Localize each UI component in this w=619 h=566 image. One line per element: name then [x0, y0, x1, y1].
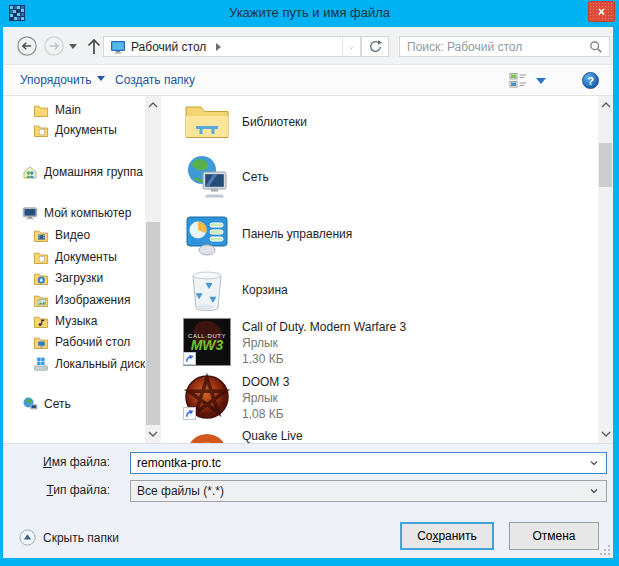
quake-live-shortcut-icon [183, 427, 231, 443]
breadcrumb-chevron-icon[interactable] [216, 43, 225, 51]
dialog-footer: Имя файла: Тип файла: Все файлы (*.*) Ск… [3, 443, 613, 558]
scroll-up-icon[interactable] [598, 97, 613, 113]
help-button[interactable]: ? [582, 72, 599, 89]
computer-icon [22, 205, 38, 221]
window-title: Укажите путь и имя файла [0, 0, 619, 26]
downloads-folder-icon [33, 270, 49, 286]
list-item-doom3[interactable]: DOOM 3 Ярлык 1,08 КБ [183, 373, 289, 422]
address-dropdown-icon[interactable] [342, 37, 356, 56]
up-button[interactable] [84, 35, 104, 57]
chevron-down-icon [97, 76, 105, 85]
list-item-quake-live[interactable]: Quake Live [183, 427, 303, 443]
chevron-down-icon[interactable] [582, 455, 606, 472]
recent-locations-caret[interactable] [69, 44, 77, 53]
save-button[interactable]: Сохранить [400, 522, 494, 550]
collapse-up-icon [19, 529, 36, 546]
view-mode-button[interactable] [509, 72, 546, 89]
list-item-control-panel[interactable]: Панель управления [183, 210, 352, 258]
filetype-value: Все файлы (*.*) [137, 484, 224, 498]
list-item-network[interactable]: Сеть [183, 153, 269, 201]
chevron-down-icon [536, 78, 546, 89]
chevron-down-icon [582, 483, 606, 500]
navigation-bar: Рабочий стол [3, 27, 613, 65]
list-item-cod-mw3[interactable]: CALL·DUTY MW3 Call of Duty. Modern Warfa… [183, 318, 406, 367]
list-item-recycle-bin[interactable]: Корзина [183, 266, 288, 314]
hide-folders-button[interactable]: Скрыть папки [19, 529, 119, 546]
libraries-icon [183, 98, 231, 146]
scrollbar-thumb[interactable] [599, 143, 612, 187]
documents-folder-icon [33, 249, 49, 265]
breadcrumb[interactable]: Рабочий стол [131, 40, 206, 54]
filelist-scrollbar[interactable] [598, 96, 613, 443]
music-folder-icon [33, 313, 49, 329]
address-bar[interactable]: Рабочий стол [103, 36, 361, 57]
system-disk-icon [33, 356, 49, 372]
shortcut-arrow-icon [183, 407, 196, 420]
videos-folder-icon [33, 227, 49, 243]
main-content: Main Документы Домашняя группа Мой компь… [3, 96, 613, 443]
filetype-dropdown[interactable]: Все файлы (*.*) [130, 480, 607, 502]
organize-menu-button[interactable]: Упорядочить [20, 66, 105, 95]
desktop-folder-icon [33, 334, 49, 350]
resize-grip[interactable] [597, 542, 610, 555]
desktop-location-icon [110, 39, 126, 55]
command-toolbar: Упорядочить Создать папку ? [3, 66, 613, 96]
filetype-label: Тип файла: [23, 483, 110, 497]
scrollbar-thumb[interactable] [146, 222, 160, 425]
refresh-icon [368, 39, 383, 54]
save-file-dialog: Укажите путь и имя файла × [0, 0, 619, 566]
refresh-button[interactable] [361, 36, 389, 57]
network-icon [22, 396, 38, 412]
homegroup-icon [22, 164, 38, 180]
scroll-down-icon[interactable] [145, 426, 161, 442]
close-button[interactable]: × [588, 1, 615, 22]
list-item-libraries[interactable]: Библиотеки [183, 98, 307, 146]
cancel-button[interactable]: Отмена [509, 522, 599, 550]
recycle-bin-icon [183, 266, 231, 314]
filename-input[interactable] [131, 456, 582, 470]
scroll-down-icon[interactable] [598, 426, 613, 442]
filename-combobox[interactable] [130, 452, 607, 474]
title-bar[interactable]: Укажите путь и имя файла × [0, 0, 619, 27]
search-icon[interactable] [589, 40, 603, 54]
new-folder-button[interactable]: Создать папку [115, 66, 195, 95]
network-icon [183, 153, 231, 201]
forward-button[interactable] [43, 35, 65, 57]
search-box[interactable] [399, 36, 610, 57]
pictures-folder-icon [33, 292, 49, 308]
documents-folder-icon [33, 122, 49, 138]
control-panel-icon [183, 210, 231, 258]
search-input[interactable] [400, 40, 589, 54]
views-icon [509, 72, 527, 89]
dialog-body: Рабочий стол Упо [3, 27, 613, 558]
back-button[interactable] [16, 35, 38, 57]
scroll-up-icon[interactable] [145, 97, 161, 113]
sidebar-scrollbar[interactable] [145, 96, 161, 443]
filename-label: Имя файла: [23, 455, 110, 469]
folder-icon [33, 102, 49, 118]
shortcut-arrow-icon [183, 352, 196, 365]
